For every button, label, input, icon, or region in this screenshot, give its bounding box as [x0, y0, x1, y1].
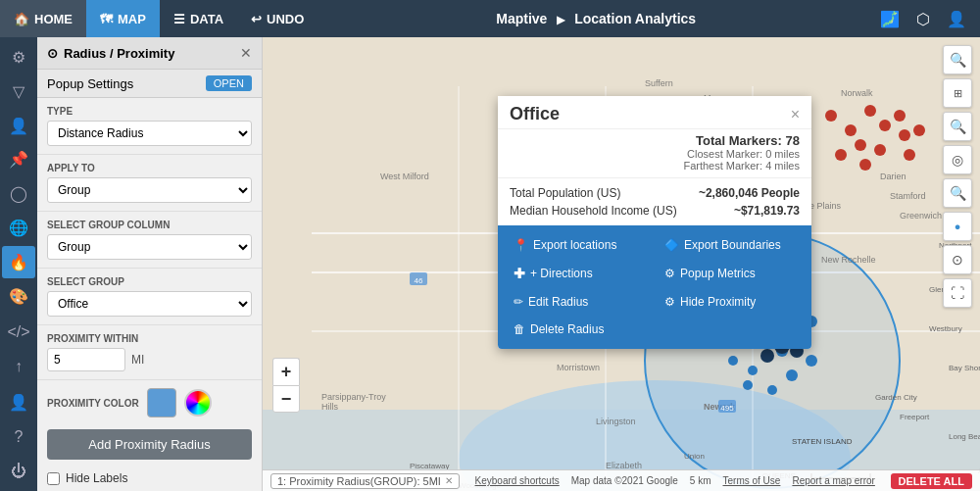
- popup-settings-open-button[interactable]: OPEN: [206, 75, 252, 91]
- map-view-button[interactable]: 🗾: [874, 3, 906, 34]
- code-icon-btn[interactable]: </>: [2, 317, 35, 349]
- popup-farthest-marker: Farthest Marker: 4 miles: [683, 160, 800, 172]
- proximity-tag: 1: Proximity Radius(GROUP): 5MI ✕: [270, 473, 460, 489]
- svg-text:STATEN ISLAND: STATEN ISLAND: [792, 437, 853, 446]
- svg-text:Bay Shore: Bay Shore: [949, 364, 980, 372]
- proximity-within-label: PROXIMITY WITHIN: [47, 333, 252, 344]
- map-ctrl-3[interactable]: ◎: [943, 145, 972, 174]
- popup-total-markers: Total Markers: 78: [696, 133, 800, 148]
- report-error-link[interactable]: Report a map error: [792, 475, 874, 486]
- popup-metrics-button[interactable]: ⚙ Popup Metrics: [657, 261, 804, 286]
- map-ctrl-4[interactable]: 🔍: [943, 178, 972, 208]
- svg-point-35: [728, 356, 738, 366]
- group-column-select[interactable]: Group: [47, 234, 252, 260]
- popup-title: Office: [510, 104, 560, 124]
- delete-radius-button[interactable]: 🗑 Delete Radius: [506, 318, 653, 341]
- popup-data: Total Population (US) ~2,860,046 People …: [498, 177, 811, 225]
- proximity-tag-close[interactable]: ✕: [445, 475, 453, 486]
- data-button[interactable]: ☰ DATA: [160, 0, 237, 37]
- popup-settings-row: Popup Settings OPEN: [37, 70, 262, 98]
- proximity-input[interactable]: 5: [47, 348, 125, 371]
- svg-text:Garden City: Garden City: [875, 393, 917, 402]
- settings-icon-btn[interactable]: ⚙: [2, 41, 35, 74]
- radius-icon-btn[interactable]: 🔥: [2, 246, 35, 278]
- svg-point-10: [825, 110, 837, 122]
- home-button[interactable]: 🏠 HOME: [0, 0, 86, 37]
- color-wheel[interactable]: [184, 389, 212, 417]
- svg-text:Stamford: Stamford: [890, 191, 926, 201]
- search-map-button[interactable]: 🔍: [943, 45, 972, 74]
- edit-radius-button[interactable]: ✏ Edit Radius: [506, 290, 653, 314]
- popup-close-button[interactable]: ×: [791, 106, 800, 123]
- panel-title-text: Radius / Proximity: [64, 46, 174, 61]
- help-icon-btn[interactable]: ?: [2, 420, 35, 453]
- color-picker-box[interactable]: [147, 388, 176, 417]
- top-bar: 🏠 HOME 🗺 MAP ☰ DATA ↩ UNDO Maptive ▶ Loc…: [0, 0, 980, 37]
- keyboard-shortcuts-link[interactable]: Keyboard shortcuts: [475, 475, 560, 486]
- map-bottom-bar: 1: Proximity Radius(GROUP): 5MI ✕ Keyboa…: [263, 469, 980, 491]
- undo-button[interactable]: ↩ UNDO: [237, 0, 318, 37]
- globe-icon-btn[interactable]: 🌐: [2, 212, 35, 244]
- data-icon: ☰: [173, 12, 185, 26]
- data-label: DATA: [190, 12, 223, 26]
- map-ctrl-2[interactable]: 🔍: [943, 112, 972, 141]
- map-ctrl-1[interactable]: ⊞: [943, 78, 972, 108]
- share-icon-btn[interactable]: ↑: [2, 351, 35, 383]
- map-button[interactable]: 🗺 MAP: [86, 0, 160, 37]
- svg-text:495: 495: [720, 404, 734, 413]
- pin-icon-btn[interactable]: 📌: [2, 144, 35, 176]
- svg-text:West Milford: West Milford: [380, 172, 429, 181]
- export-boundaries-button[interactable]: 🔷 Export Boundaries: [657, 233, 804, 257]
- type-section: TYPE Distance Radius: [37, 98, 262, 155]
- select-group-select[interactable]: Office: [47, 291, 252, 317]
- svg-text:New Rochelle: New Rochelle: [821, 255, 876, 265]
- hide-labels-checkbox[interactable]: [47, 472, 60, 485]
- map-ctrl-6[interactable]: ⊙: [943, 245, 972, 274]
- layers-button[interactable]: ⬡: [907, 3, 939, 34]
- svg-point-20: [874, 144, 886, 156]
- type-select[interactable]: Distance Radius: [47, 121, 252, 146]
- svg-text:Darien: Darien: [880, 172, 906, 181]
- popup-header: Office ×: [498, 96, 811, 129]
- terms-link[interactable]: Terms of Use: [723, 475, 781, 486]
- main-layout: ⚙ ▽ 👤 📌 ◯ 🌐 🔥 🎨 </> ↑ 👤 ? ⏻ ⊙ Radius / P…: [0, 37, 980, 491]
- hide-proximity-button[interactable]: ⚙ Hide Proximity: [657, 290, 804, 314]
- home-label: HOME: [34, 12, 73, 26]
- zoom-out-button[interactable]: −: [272, 385, 300, 413]
- apply-to-select[interactable]: Group: [47, 177, 252, 203]
- users-button[interactable]: 👤: [941, 3, 972, 34]
- popup-stats: Total Markers: 78 Closest Marker: 0 mile…: [498, 129, 811, 177]
- export-locations-button[interactable]: 📍 Export locations: [506, 233, 653, 257]
- svg-point-12: [864, 105, 876, 117]
- svg-point-33: [767, 385, 777, 395]
- svg-point-13: [855, 139, 866, 151]
- side-panel: ⊙ Radius / Proximity ✕ Popup Settings OP…: [37, 37, 263, 491]
- map-ctrl-5[interactable]: ●: [943, 212, 972, 241]
- directions-button[interactable]: ✚ + Directions: [506, 261, 653, 286]
- map-area[interactable]: West Milford Suffern Monsey Norwalk Dari…: [263, 37, 980, 491]
- filter-icon-btn[interactable]: ▽: [2, 75, 35, 108]
- svg-text:Union: Union: [684, 452, 705, 461]
- zoom-in-button[interactable]: +: [272, 358, 300, 385]
- svg-text:Norwalk: Norwalk: [841, 88, 873, 98]
- delete-all-button[interactable]: DELETE ALL: [891, 473, 972, 489]
- svg-point-39: [760, 349, 774, 363]
- hide-labels-label[interactable]: Hide Labels: [66, 471, 127, 485]
- person-icon-btn[interactable]: 👤: [2, 386, 35, 418]
- group-column-section: SELECT GROUP COLUMN Group: [37, 212, 262, 269]
- delete-radius-icon: 🗑: [514, 322, 525, 336]
- power-icon-btn[interactable]: ⏻: [2, 455, 35, 487]
- app-title: Maptive ▶ Location Analytics: [318, 11, 874, 26]
- popup-actions: 📍 Export locations 🔷 Export Boundaries ✚…: [498, 225, 811, 349]
- svg-text:46: 46: [415, 276, 423, 285]
- marker-icon-btn[interactable]: 👤: [2, 110, 35, 142]
- fullscreen-button[interactable]: ⛶: [943, 278, 972, 308]
- panel-close-button[interactable]: ✕: [240, 45, 252, 61]
- palette-icon-btn[interactable]: 🎨: [2, 280, 35, 313]
- shape-icon-btn[interactable]: ◯: [2, 177, 35, 210]
- svg-text:Long Beach: Long Beach: [949, 432, 980, 441]
- export-locations-icon: 📍: [514, 238, 528, 252]
- panel-scroll: TYPE Distance Radius APPLY TO Group SELE…: [37, 98, 262, 491]
- add-proximity-button[interactable]: Add Proximity Radius: [47, 429, 252, 460]
- undo-icon: ↩: [251, 12, 262, 26]
